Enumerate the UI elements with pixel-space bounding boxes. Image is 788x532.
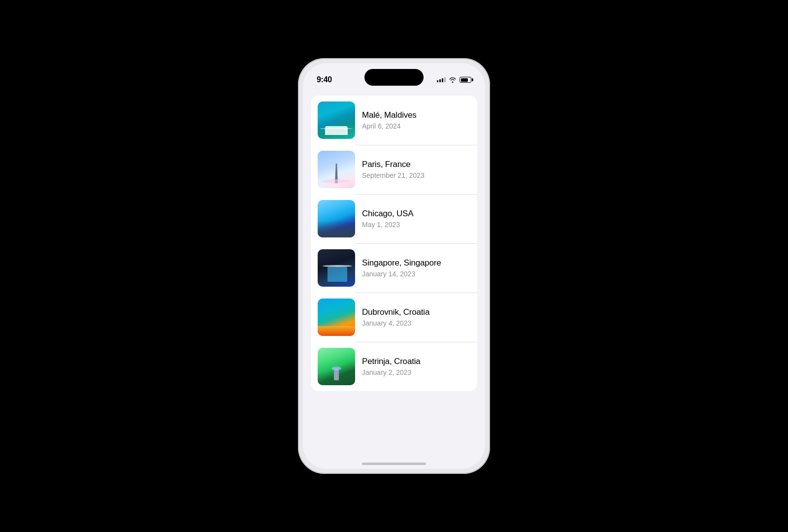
list-item-paris[interactable]: Paris, France September 21, 2023 <box>311 145 477 194</box>
dynamic-island <box>364 69 424 86</box>
content-area: Malé, Maldives April 6, 2024 Paris, Fran… <box>303 90 485 397</box>
wifi-icon <box>449 77 457 83</box>
item-image-paris <box>318 151 355 188</box>
locations-list: Malé, Maldives April 6, 2024 Paris, Fran… <box>311 96 477 391</box>
list-item-maldives[interactable]: Malé, Maldives April 6, 2024 <box>311 96 477 145</box>
status-time: 9:40 <box>317 75 332 84</box>
list-item-petrinja[interactable]: Petrinja, Croatia January 2, 2023 <box>311 342 477 391</box>
home-indicator <box>362 463 426 465</box>
list-item-singapore[interactable]: Singapore, Singapore January 14, 2023 <box>311 243 477 293</box>
battery-icon <box>460 77 471 83</box>
item-text-dubrovnik: Dubrovnik, Croatia January 4, 2023 <box>362 307 470 327</box>
list-item-chicago[interactable]: Chicago, USA May 1, 2023 <box>311 194 477 243</box>
item-title-dubrovnik: Dubrovnik, Croatia <box>362 307 470 317</box>
status-right-icons <box>437 77 471 83</box>
status-bar: 9:40 <box>303 63 485 90</box>
item-text-chicago: Chicago, USA May 1, 2023 <box>362 209 470 229</box>
item-text-paris: Paris, France September 21, 2023 <box>362 160 470 179</box>
item-text-singapore: Singapore, Singapore January 14, 2023 <box>362 258 470 278</box>
item-image-maldives <box>318 101 355 139</box>
item-text-maldives: Malé, Maldives April 6, 2024 <box>362 110 470 130</box>
item-image-singapore <box>318 249 355 287</box>
item-image-dubrovnik <box>318 299 355 336</box>
item-image-chicago <box>318 200 355 237</box>
item-text-petrinja: Petrinja, Croatia January 2, 2023 <box>362 357 470 376</box>
item-date-maldives: April 6, 2024 <box>362 122 470 130</box>
item-title-singapore: Singapore, Singapore <box>362 258 470 268</box>
item-image-petrinja <box>318 348 355 385</box>
item-date-petrinja: January 2, 2023 <box>362 368 470 376</box>
phone-frame: 9:40 <box>298 58 490 474</box>
item-title-petrinja: Petrinja, Croatia <box>362 357 470 366</box>
item-date-dubrovnik: January 4, 2023 <box>362 319 470 327</box>
list-item-dubrovnik[interactable]: Dubrovnik, Croatia January 4, 2023 <box>311 293 477 342</box>
item-date-chicago: May 1, 2023 <box>362 221 470 229</box>
item-date-singapore: January 14, 2023 <box>362 270 470 278</box>
item-title-paris: Paris, France <box>362 160 470 169</box>
signal-icon <box>437 77 446 82</box>
item-date-paris: September 21, 2023 <box>362 171 470 179</box>
item-title-chicago: Chicago, USA <box>362 209 470 219</box>
item-title-maldives: Malé, Maldives <box>362 110 470 120</box>
